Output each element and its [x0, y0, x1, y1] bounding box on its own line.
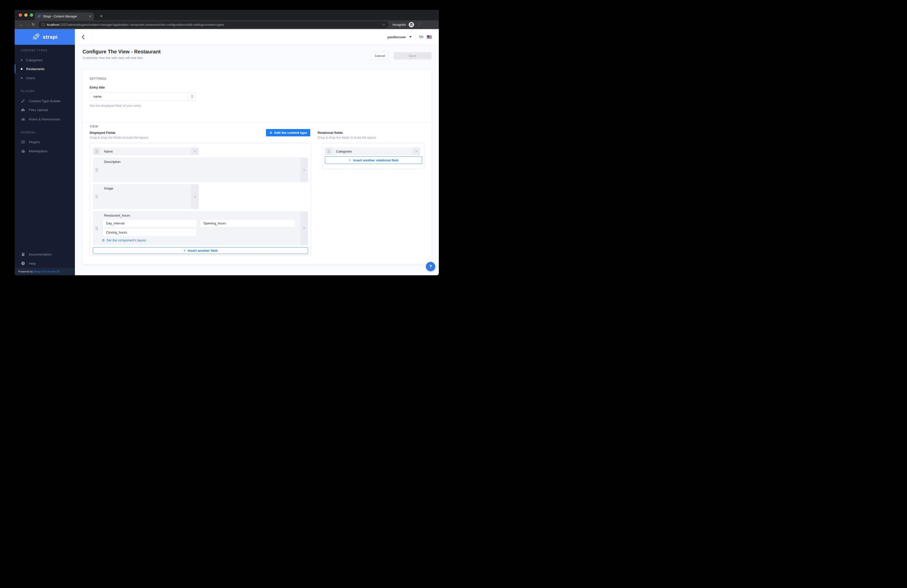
- zoom-window-button[interactable]: [30, 13, 33, 17]
- drag-handle-icon[interactable]: [93, 211, 101, 245]
- browser-toolbar: ← → ↻ i localhost:1337/admin/plugins/con…: [15, 20, 439, 29]
- user-menu[interactable]: paulbocuse: [388, 35, 405, 39]
- reload-icon[interactable]: ↻: [30, 22, 37, 27]
- select-stepper-icon[interactable]: [188, 93, 196, 101]
- gear-icon: ⚙: [269, 131, 272, 135]
- app-viewport: strapi CONTENT TYPES Categories Restaura…: [15, 29, 439, 275]
- cloud-upload-icon: [21, 108, 25, 112]
- bookmark-star-icon[interactable]: ☆: [382, 22, 385, 27]
- relational-fields-title: Relational fields: [317, 131, 343, 135]
- set-component-layout-link[interactable]: ⚙ Set the component's layout: [102, 238, 146, 242]
- view-section-label: VIEW: [90, 125, 98, 128]
- cancel-button[interactable]: Cancel: [371, 52, 389, 59]
- field-row-description[interactable]: Description ✕: [93, 158, 308, 182]
- field-label: Description: [101, 158, 300, 182]
- strapi-favicon-icon: [37, 14, 41, 18]
- locale-label[interactable]: EN: [419, 35, 423, 39]
- sidebar-item-marketplace[interactable]: Marketplace: [15, 147, 75, 155]
- strapi-version-link[interactable]: Strapi v3.0.0-next.33: [34, 270, 59, 273]
- section-label-content-types: CONTENT TYPES: [21, 49, 47, 52]
- chevron-down-icon[interactable]: [409, 36, 412, 38]
- incognito-label: Incognito: [393, 23, 406, 27]
- component-field-day-interval[interactable]: Day_interval: [103, 219, 197, 227]
- back-icon[interactable]: ←: [18, 22, 24, 27]
- sidebar-item-label: Files Upload: [29, 108, 48, 112]
- browser-menu-icon[interactable]: ⋮: [417, 22, 421, 27]
- remove-field-icon[interactable]: ✕: [300, 158, 308, 182]
- field-row-name[interactable]: Name ✕: [93, 147, 199, 155]
- strapi-rocket-icon: [32, 33, 40, 41]
- forward-icon[interactable]: →: [24, 22, 30, 27]
- field-row-image[interactable]: Image ✕: [93, 184, 199, 209]
- sidebar-item-roles-permissions[interactable]: Roles & Permissions: [15, 115, 75, 123]
- sidebar-item-documentation[interactable]: Documentation: [15, 250, 75, 259]
- sidebar: strapi CONTENT TYPES Categories Restaura…: [15, 29, 75, 275]
- entry-title-label: Entry title: [90, 85, 105, 89]
- browser-window: Strapi - Content Manager ✕ + ← → ↻ i loc…: [15, 10, 439, 275]
- insert-another-field-label: Insert another field: [188, 249, 217, 253]
- sidebar-item-restaurants[interactable]: Restaurants: [15, 64, 75, 73]
- url-host: localhost: [47, 23, 59, 27]
- remove-field-icon[interactable]: ✕: [412, 147, 420, 155]
- tab-title: Strapi - Content Manager: [43, 15, 87, 18]
- displayed-fields-dropzone: Name ✕ Description ✕ Image ✕: [90, 143, 311, 256]
- entry-title-select[interactable]: name: [90, 92, 196, 101]
- sidebar-item-files-upload[interactable]: Files Upload: [15, 106, 75, 114]
- field-label: Image: [101, 184, 191, 209]
- relational-fields-dropzone: Categories ✕ + Insert another relational…: [322, 143, 425, 169]
- sidebar-item-content-type-builder[interactable]: Content Type Builder: [15, 97, 75, 105]
- sidebar-item-help[interactable]: ? Help: [15, 259, 75, 268]
- bullet-icon: [21, 68, 22, 70]
- chevron-left-icon: [82, 35, 85, 40]
- us-flag-icon[interactable]: [427, 35, 432, 39]
- remove-field-icon[interactable]: ✕: [300, 211, 308, 245]
- page-info-icon[interactable]: i: [42, 23, 45, 26]
- minimize-window-button[interactable]: [24, 13, 27, 17]
- remove-field-icon[interactable]: ✕: [191, 147, 199, 155]
- save-button[interactable]: Save: [394, 52, 431, 59]
- sidebar-item-users[interactable]: Users: [15, 74, 75, 82]
- new-tab-button[interactable]: +: [98, 13, 104, 19]
- remove-field-icon[interactable]: ✕: [191, 184, 199, 209]
- browser-tab[interactable]: Strapi - Content Manager ✕: [35, 13, 94, 20]
- component-field-closing-hours[interactable]: Closing_hours: [103, 229, 197, 236]
- paintbrush-icon: [21, 99, 25, 103]
- field-row-restaurant-hours[interactable]: Restaurant_hours Day_interval Opening_ho…: [93, 211, 308, 245]
- sidebar-item-categories[interactable]: Categories: [15, 56, 75, 64]
- drag-handle-icon[interactable]: [93, 184, 101, 209]
- close-window-button[interactable]: [19, 13, 22, 17]
- insert-relational-field-button[interactable]: + Insert another relational field: [325, 156, 422, 164]
- sidebar-item-label: Help: [29, 262, 36, 265]
- entry-title-help: Set the displayed field of your entry: [90, 104, 141, 107]
- edit-content-type-button[interactable]: ⚙ Edit the content type: [266, 129, 310, 136]
- drag-handle-icon[interactable]: [93, 147, 101, 155]
- gear-icon: ⚙: [102, 238, 105, 242]
- set-component-layout-label: Set the component's layout: [107, 238, 146, 242]
- header-divider: [91, 29, 91, 45]
- sidebar-item-plugins[interactable]: Plugins: [15, 138, 75, 146]
- sidebar-item-label: Roles & Permissions: [29, 117, 61, 121]
- settings-section-label: SETTINGS: [90, 77, 106, 80]
- section-label-plugins: PLUGINS: [21, 90, 35, 93]
- card-divider: [82, 122, 431, 122]
- top-header: paulbocuse EN: [75, 29, 439, 45]
- field-row-categories[interactable]: Categories ✕: [325, 147, 420, 155]
- drag-handle-icon[interactable]: [325, 147, 333, 155]
- url-text: localhost:1337/admin/plugins/content-man…: [47, 23, 380, 27]
- drag-handle-icon[interactable]: [93, 158, 101, 182]
- insert-another-field-button[interactable]: + Insert another field: [93, 247, 308, 254]
- help-fab-button[interactable]: ?: [426, 262, 435, 271]
- browser-tab-bar: Strapi - Content Manager ✕ +: [15, 10, 439, 20]
- displayed-fields-subtitle: Drag & drop the fields to build the layo…: [90, 136, 148, 139]
- address-bar[interactable]: i localhost:1337/admin/plugins/content-m…: [38, 21, 388, 28]
- back-button[interactable]: [80, 34, 87, 40]
- component-field-opening-hours[interactable]: Opening_hours: [200, 219, 295, 227]
- powered-by-text: Powered by: [18, 270, 33, 273]
- strapi-logo[interactable]: strapi: [15, 29, 75, 45]
- field-label: Name: [101, 147, 191, 155]
- list-icon: [21, 140, 25, 144]
- tab-close-icon[interactable]: ✕: [89, 15, 91, 18]
- plus-icon: +: [183, 248, 186, 253]
- users-icon: [21, 117, 25, 122]
- settings-card: SETTINGS Entry title name Set the displa…: [82, 70, 431, 264]
